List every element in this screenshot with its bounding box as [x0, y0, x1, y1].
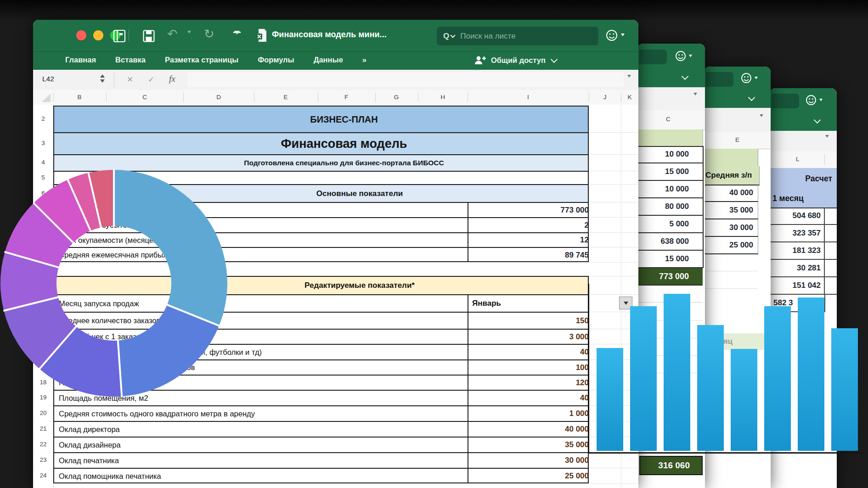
- confirm-entry-icon[interactable]: ✓: [148, 75, 154, 84]
- undo-icon[interactable]: ↶: [167, 27, 178, 41]
- expand-formula-bar-icon[interactable]: [760, 117, 763, 125]
- column-header-D[interactable]: D: [216, 94, 221, 101]
- column-divider: [183, 93, 184, 102]
- column-header-H[interactable]: H: [440, 94, 445, 101]
- cell-label[interactable]: Оклад директора: [54, 422, 468, 437]
- column-header-K[interactable]: K: [627, 94, 631, 101]
- cell-value[interactable]: 504 680: [770, 208, 825, 225]
- row-number-2[interactable]: 2: [34, 115, 52, 122]
- redo-icon[interactable]: ↻: [204, 27, 214, 41]
- tab-2[interactable]: Вставка: [115, 56, 146, 64]
- select-all-corner[interactable]: [40, 93, 51, 103]
- row-number-23[interactable]: 23: [34, 456, 52, 463]
- row-number-4[interactable]: 4: [34, 159, 52, 166]
- row-number-22[interactable]: 22: [34, 441, 52, 448]
- feedback-smiley-icon[interactable]: [740, 72, 759, 86]
- cell-value[interactable]: 40 000: [704, 185, 758, 202]
- bar-series-item: [831, 328, 858, 451]
- column-header-E[interactable]: E: [735, 136, 739, 143]
- total-cell-bottom-highlight[interactable]: 316 060: [639, 456, 703, 475]
- cell-value[interactable]: 151 042: [770, 277, 825, 295]
- cell-value[interactable]: 25 000: [704, 237, 758, 254]
- narrow-col-border: [824, 241, 837, 242]
- cell-label[interactable]: Средняя стоимость одного квадратного мет…: [54, 406, 468, 421]
- name-box[interactable]: L42: [42, 75, 54, 83]
- column-header-G[interactable]: G: [394, 94, 399, 101]
- cell-value[interactable]: 89 745: [468, 248, 609, 262]
- cell-value[interactable]: 80 000: [638, 198, 704, 216]
- column-header-E[interactable]: E: [283, 94, 287, 101]
- cell-label[interactable]: Оклад печатника: [54, 453, 468, 468]
- calc-title-cell[interactable]: Расчет: [770, 168, 837, 190]
- cell-value[interactable]: 323 357: [770, 225, 825, 242]
- cell-value[interactable]: 12: [468, 233, 609, 247]
- tab-5[interactable]: Данные: [314, 56, 343, 64]
- share-button[interactable]: Общий доступ: [474, 55, 557, 65]
- band-cell[interactable]: Финансовая модель: [100, 133, 588, 154]
- undo-dropdown-icon[interactable]: [187, 34, 191, 42]
- cell-value[interactable]: 773 000: [468, 203, 609, 217]
- feedback-smiley-icon[interactable]: [805, 94, 824, 108]
- row-number-20[interactable]: 20: [34, 409, 52, 416]
- calc-subtitle-cell[interactable]: 1 месяц: [770, 189, 825, 208]
- tab-4[interactable]: Формулы: [258, 56, 294, 64]
- expand-formula-bar-icon[interactable]: [627, 78, 631, 86]
- new-workbook-icon[interactable]: [113, 29, 126, 45]
- search-box-remnant: [639, 50, 667, 64]
- column-header-I[interactable]: I: [527, 94, 529, 101]
- table-row-20: Средняя стоимость одного квадратного мет…: [54, 406, 588, 422]
- column-header-C[interactable]: C: [666, 116, 671, 123]
- cell-value[interactable]: 30 000: [704, 219, 758, 237]
- cell-value[interactable]: 638 000: [638, 233, 704, 251]
- tab-1[interactable]: Главная: [65, 56, 96, 64]
- search-icon: Q: [443, 32, 449, 41]
- band-cell[interactable]: Подготовлена специально для бизнес-порта…: [100, 155, 588, 171]
- cell-label[interactable]: Оклад дизайнера: [54, 438, 468, 452]
- save-icon[interactable]: [142, 29, 155, 45]
- row-number-3[interactable]: 3: [34, 140, 52, 146]
- feedback-smiley-icon[interactable]: [674, 50, 693, 64]
- cell-value[interactable]: 35 000: [704, 202, 758, 219]
- tab-6[interactable]: »: [362, 56, 366, 64]
- band-cell[interactable]: БИЗНЕС-ПЛАН: [100, 107, 588, 132]
- gridline: [589, 184, 638, 185]
- expand-formula-bar-icon[interactable]: [693, 95, 697, 104]
- total-cell-highlight[interactable]: 773 000: [638, 268, 703, 286]
- cell-label[interactable]: Оклад помощника печатника: [54, 469, 468, 483]
- cell-value[interactable]: 15 000: [638, 251, 704, 268]
- cell-value[interactable]: 30 000: [468, 453, 609, 468]
- formula-input[interactable]: [187, 72, 624, 87]
- column-header-row: E: [704, 132, 771, 149]
- insert-function-icon[interactable]: fx: [169, 74, 175, 84]
- sheet-search-box[interactable]: Q: [436, 26, 599, 46]
- toolbar-more-icon[interactable]: [233, 32, 241, 43]
- tab-3[interactable]: Разметка страницы: [165, 56, 238, 64]
- cancel-entry-icon[interactable]: ✕: [127, 75, 133, 84]
- name-box-stepper[interactable]: [100, 74, 105, 83]
- feedback-smiley-icon[interactable]: [604, 28, 626, 45]
- column-header-F[interactable]: F: [344, 94, 348, 101]
- cell-value[interactable]: 10 000: [638, 146, 704, 163]
- close-window-button[interactable]: [76, 30, 86, 40]
- cell-value[interactable]: Январь: [468, 295, 613, 312]
- column-header-L[interactable]: L: [796, 156, 800, 163]
- column-header-J[interactable]: J: [603, 94, 607, 101]
- search-scope-chevron-icon: [451, 33, 456, 38]
- cell-value[interactable]: 5 000: [638, 216, 704, 233]
- row-number-21[interactable]: 21: [34, 425, 52, 432]
- search-input[interactable]: [459, 31, 567, 41]
- excel-document-icon: [255, 28, 267, 45]
- cell-value[interactable]: 15 000: [638, 163, 704, 181]
- cell-value[interactable]: 30 281: [770, 260, 825, 277]
- cell-value[interactable]: 181 323: [770, 242, 825, 260]
- row-number-24[interactable]: 24: [34, 472, 52, 479]
- minimize-window-button[interactable]: [93, 30, 103, 40]
- expand-formula-bar-icon[interactable]: [825, 138, 829, 146]
- gridline: [589, 171, 638, 171]
- cell-value[interactable]: 10 000: [638, 181, 704, 198]
- column-header-B[interactable]: B: [77, 94, 81, 101]
- cell-value[interactable]: 2: [468, 218, 609, 232]
- cell-value[interactable]: 25 000: [468, 469, 609, 483]
- salary-header-cell[interactable]: Средняя з/п: [704, 166, 760, 185]
- column-header-C[interactable]: C: [142, 94, 147, 101]
